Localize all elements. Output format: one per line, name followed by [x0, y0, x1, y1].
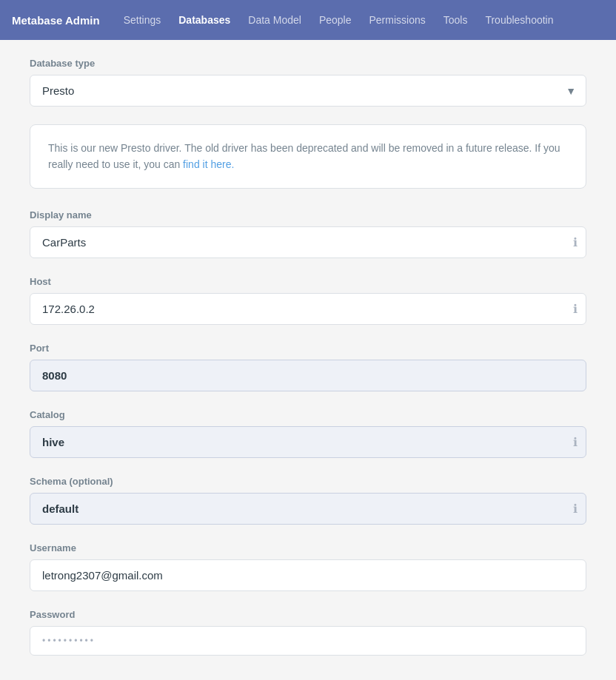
catalog-info-icon[interactable]: ℹ: [573, 435, 578, 449]
schema-field: Schema (optional) ℹ: [30, 476, 586, 525]
schema-info-icon[interactable]: ℹ: [573, 502, 578, 516]
nav-people[interactable]: People: [319, 14, 352, 26]
password-input[interactable]: [30, 626, 586, 656]
port-input-wrapper: [30, 360, 586, 391]
schema-input-wrapper: ℹ: [30, 493, 586, 525]
username-field: Username: [30, 542, 586, 591]
catalog-field: Catalog ℹ: [30, 409, 586, 458]
database-type-field: Database type Presto ▼: [30, 58, 586, 107]
display-name-input-wrapper: ℹ: [30, 226, 586, 258]
catalog-input[interactable]: [30, 426, 586, 458]
nav-settings[interactable]: Settings: [124, 14, 161, 26]
database-type-label: Database type: [30, 58, 586, 69]
display-name-label: Display name: [30, 209, 586, 221]
schema-label: Schema (optional): [30, 476, 586, 487]
brand-title: Metabase Admin: [12, 14, 100, 27]
nav-troubleshoot[interactable]: Troubleshootin: [485, 14, 553, 26]
catalog-input-wrapper: ℹ: [30, 426, 586, 458]
nav-databases[interactable]: Databases: [178, 14, 230, 26]
main-content: Database type Presto ▼ This is our new P…: [0, 40, 616, 680]
username-input-wrapper: [30, 559, 586, 591]
host-input-wrapper: ℹ: [30, 293, 586, 325]
host-input[interactable]: [30, 293, 586, 325]
username-label: Username: [30, 542, 586, 553]
host-field: Host ℹ: [30, 276, 586, 325]
port-label: Port: [30, 343, 586, 354]
password-input-wrapper: [30, 626, 586, 656]
catalog-label: Catalog: [30, 409, 586, 420]
password-field: Password: [30, 609, 586, 656]
username-input[interactable]: [30, 559, 586, 591]
nav-tools[interactable]: Tools: [443, 14, 468, 26]
nav-data-model[interactable]: Data Model: [248, 14, 301, 26]
database-type-select[interactable]: Presto: [30, 75, 586, 107]
password-label: Password: [30, 609, 586, 620]
info-box: This is our new Presto driver. The old d…: [30, 124, 586, 189]
navbar: Metabase Admin Settings Databases Data M…: [0, 0, 616, 40]
port-input[interactable]: [30, 360, 586, 391]
port-field: Port: [30, 343, 586, 391]
info-link[interactable]: find it here.: [183, 158, 234, 170]
info-text: This is our new Presto driver. The old d…: [48, 142, 560, 170]
display-name-info-icon[interactable]: ℹ: [573, 235, 578, 249]
host-info-icon[interactable]: ℹ: [573, 302, 578, 316]
host-label: Host: [30, 276, 586, 287]
display-name-field: Display name ℹ: [30, 209, 586, 258]
display-name-input[interactable]: [30, 226, 586, 258]
schema-input[interactable]: [30, 493, 586, 525]
database-type-select-wrapper: Presto ▼: [30, 75, 586, 107]
nav-permissions[interactable]: Permissions: [369, 14, 425, 26]
